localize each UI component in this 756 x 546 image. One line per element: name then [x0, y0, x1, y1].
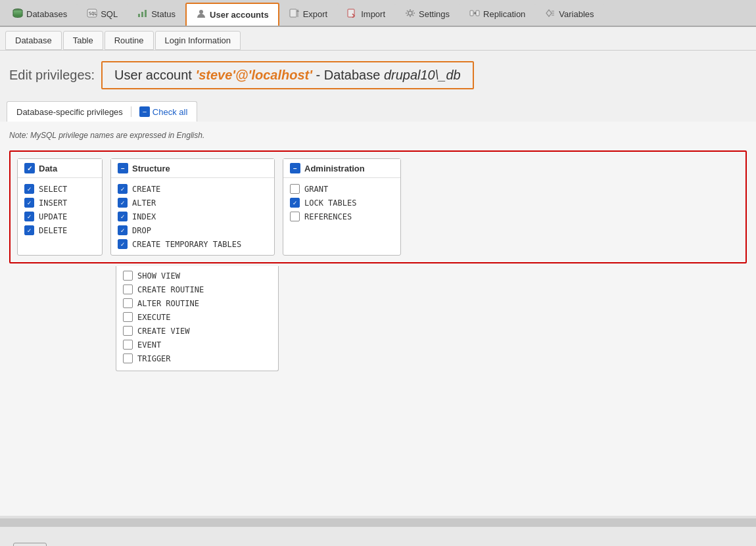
checkbox-create-view[interactable]	[123, 326, 133, 336]
nav-sql[interactable]: SQL SQL	[77, 3, 128, 26]
priv-execute: EXECUTE	[123, 310, 272, 324]
data-group-header[interactable]: ✓ Data	[18, 159, 102, 178]
checkbox-select[interactable]: ✓	[24, 184, 34, 194]
svg-rect-11	[476, 11, 479, 16]
privileges-bar: Database-specific privileges − Check all	[0, 97, 756, 122]
priv-index: ✓ INDEX	[118, 210, 268, 223]
structure-group-header[interactable]: − Structure	[111, 159, 274, 178]
priv-update: ✓ UPDATE	[24, 210, 95, 223]
label-create-temp: CREATE TEMPORARY TABLES	[132, 240, 241, 249]
nav-settings[interactable]: Settings	[395, 3, 460, 26]
nav-replication-label: Replication	[483, 9, 525, 19]
tab-table[interactable]: Table	[63, 31, 103, 50]
main-content: Note: MySQL privilege names are expresse…	[0, 122, 756, 516]
check-all-icon: −	[139, 106, 150, 117]
tab-database[interactable]: Database	[5, 31, 62, 50]
checkbox-index[interactable]: ✓	[118, 212, 128, 221]
nav-replication[interactable]: Replication	[460, 3, 535, 26]
checkbox-show-view[interactable]	[123, 271, 133, 281]
label-references: REFERENCES	[304, 212, 352, 221]
checkbox-create[interactable]: ✓	[118, 184, 128, 194]
priv-alter: ✓ ALTER	[118, 196, 268, 210]
status-icon	[137, 9, 148, 20]
label-grant: GRANT	[304, 185, 328, 194]
settings-icon	[405, 9, 415, 20]
label-create-routine: CREATE ROUTINE	[137, 285, 204, 294]
svg-rect-3	[138, 14, 140, 17]
checkbox-create-routine[interactable]	[123, 284, 133, 294]
checkbox-drop[interactable]: ✓	[118, 225, 128, 235]
nav-user-accounts[interactable]: User accounts	[185, 3, 279, 26]
priv-create-temp: ✓ CREATE TEMPORARY TABLES	[118, 237, 268, 251]
check-all-button[interactable]: − Check all	[139, 106, 187, 117]
privileges-tab: Database-specific privileges − Check all	[7, 101, 197, 122]
svg-point-6	[199, 10, 203, 14]
nav-export-label: Export	[303, 9, 328, 19]
edit-privileges-header: Edit privileges: User account 'steve'@'l…	[0, 51, 756, 97]
data-group-label: Data	[39, 164, 57, 173]
data-group: ✓ Data ✓ SELECT ✓ INSERT ✓ UPDATE ✓	[17, 158, 103, 256]
nav-status[interactable]: Status	[128, 3, 185, 26]
data-group-body: ✓ SELECT ✓ INSERT ✓ UPDATE ✓ DELETE	[18, 178, 102, 241]
priv-trigger: TRIGGER	[123, 352, 272, 365]
extended-group: SHOW VIEW CREATE ROUTINE ALTER ROUTINE E…	[116, 266, 279, 371]
checkbox-insert[interactable]: ✓	[24, 198, 34, 208]
label-event: EVENT	[137, 340, 161, 350]
nav-user-accounts-label: User accounts	[210, 10, 269, 20]
checkbox-references[interactable]	[290, 212, 300, 221]
checkbox-event[interactable]	[123, 340, 133, 350]
nav-sql-label: SQL	[101, 9, 118, 19]
priv-delete: ✓ DELETE	[24, 223, 95, 237]
priv-create-routine: CREATE ROUTINE	[123, 283, 272, 296]
checkbox-create-temp[interactable]: ✓	[118, 239, 128, 249]
privileges-section: ✓ Data ✓ SELECT ✓ INSERT ✓ UPDATE ✓	[9, 150, 747, 263]
structure-group-wrapper: − Structure ✓ CREATE ✓ ALTER ✓ INDEX	[110, 158, 275, 256]
nav-variables[interactable]: Variables	[535, 3, 603, 26]
checkbox-delete[interactable]: ✓	[24, 225, 34, 235]
priv-select: ✓ SELECT	[24, 182, 95, 196]
tab-login-information[interactable]: Login Information	[155, 31, 241, 50]
label-alter: ALTER	[132, 198, 156, 208]
checkbox-grant[interactable]	[290, 184, 300, 194]
priv-alter-routine: ALTER ROUTINE	[123, 296, 272, 310]
svg-point-9	[408, 11, 412, 15]
label-insert: INSERT	[39, 198, 67, 208]
nav-import[interactable]: Import	[337, 3, 395, 26]
priv-references: REFERENCES	[290, 210, 394, 223]
checkbox-alter[interactable]: ✓	[118, 198, 128, 208]
nav-databases[interactable]: Databases	[3, 3, 77, 26]
check-all-label: Check all	[153, 107, 187, 117]
checkbox-lock-tables[interactable]: ✓	[290, 198, 300, 208]
nav-settings-label: Settings	[419, 9, 450, 19]
label-index: INDEX	[132, 212, 156, 221]
priv-lock-tables: ✓ LOCK TABLES	[290, 196, 394, 210]
nav-export[interactable]: Export	[279, 3, 338, 26]
note-text: Note: MySQL privilege names are expresse…	[9, 128, 747, 143]
priv-grant: GRANT	[290, 182, 394, 196]
checkbox-update[interactable]: ✓	[24, 212, 34, 221]
sql-icon: SQL	[87, 9, 97, 20]
replication-icon	[469, 9, 480, 20]
variables-icon	[545, 9, 555, 20]
admin-group-header[interactable]: − Administration	[283, 159, 400, 178]
checkbox-execute[interactable]	[123, 312, 133, 322]
box-user: 'steve'@'localhost'	[195, 68, 312, 82]
structure-group-label: Structure	[132, 164, 170, 173]
label-update: UPDATE	[39, 212, 67, 221]
privileges-tab-label: Database-specific privileges	[16, 107, 123, 117]
priv-create: ✓ CREATE	[118, 182, 268, 196]
box-part1: User account	[114, 68, 195, 82]
go-button[interactable]: Go	[13, 543, 47, 546]
priv-insert: ✓ INSERT	[24, 196, 95, 210]
top-navigation: Databases SQL SQL Status User accounts E…	[0, 0, 756, 27]
horizontal-scrollbar[interactable]	[0, 518, 756, 526]
priv-create-view: CREATE VIEW	[123, 324, 272, 338]
checkbox-trigger[interactable]	[123, 353, 133, 363]
checkbox-alter-routine[interactable]	[123, 298, 133, 308]
admin-group-label: Administration	[304, 164, 365, 173]
structure-group-body: ✓ CREATE ✓ ALTER ✓ INDEX ✓ DROP	[111, 178, 274, 255]
nav-databases-label: Databases	[26, 9, 67, 19]
tab-routine[interactable]: Routine	[105, 31, 154, 50]
svg-rect-10	[470, 11, 473, 16]
label-create-view: CREATE VIEW	[137, 327, 189, 336]
